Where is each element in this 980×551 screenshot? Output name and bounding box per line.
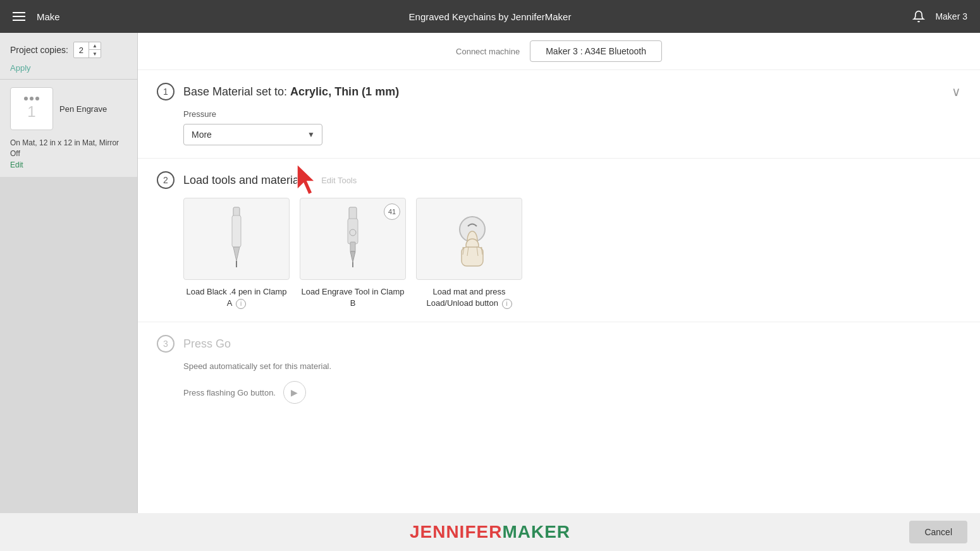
step3-section: 3 Press Go Speed automatically set for t…	[138, 322, 980, 416]
footer-jennifer: JENNIFER	[410, 522, 502, 542]
apply-button[interactable]: Apply	[0, 62, 137, 79]
tools-row: Load Black .4 pen in Clamp A i 41	[157, 198, 961, 309]
sidebar-gray-area	[0, 177, 137, 551]
sidebar-item-card[interactable]: 1 Pen Engrave	[0, 80, 137, 138]
pressure-select-wrapper: More Default Less ▼	[157, 124, 961, 145]
tool-label-mat: Load mat and press Load/Unload button i	[416, 286, 522, 309]
step1-material: Acrylic, Thin (1 mm)	[290, 85, 399, 98]
sidebar-thumbnail: 1	[10, 87, 53, 130]
tool-image-engrave: 41	[300, 198, 406, 280]
pressure-select-container[interactable]: More Default Less ▼	[183, 124, 322, 145]
footer-maker: MAKER	[502, 522, 570, 542]
play-icon: ▶	[291, 387, 298, 397]
copies-up-arrow[interactable]: ▲	[89, 42, 101, 50]
step1-chevron[interactable]: ∨	[952, 84, 961, 99]
step1-title: Base Material set to: Acrylic, Thin (1 m…	[183, 85, 399, 99]
on-mat-text: On Mat, 12 in x 12 in Mat, Mirror Off	[0, 138, 137, 160]
sidebar-item-info: Pen Engrave	[59, 104, 107, 114]
engrave-illustration	[328, 204, 378, 274]
copies-arrows[interactable]: ▲ ▼	[89, 42, 101, 58]
sidebar-item-name: Pen Engrave	[59, 104, 107, 114]
speed-note: Speed automatically set for this materia…	[157, 361, 961, 371]
step1-title-prefix: Base Material set to:	[183, 85, 287, 98]
cancel-button[interactable]: Cancel	[909, 521, 967, 543]
pen-illustration	[211, 204, 262, 274]
footer-logo: JENNIFERMAKER	[410, 522, 570, 542]
connect-row: Connect machine Maker 3 : A34E Bluetooth	[138, 33, 980, 70]
tool-image-pen	[183, 198, 290, 280]
step1-circle: 1	[157, 83, 175, 100]
go-btn-row: Press flashing Go button. ▶	[157, 381, 961, 404]
svg-rect-1	[232, 215, 241, 247]
svg-marker-2	[233, 247, 240, 261]
nav-center-title: Engraved Keychains by JenniferMaker	[409, 11, 572, 22]
thumbnail-dot	[24, 97, 28, 100]
step3-header: 3 Press Go	[157, 335, 961, 353]
svg-rect-6	[350, 242, 355, 251]
go-text: Press flashing Go button.	[183, 388, 276, 397]
thumbnail-dots	[24, 97, 39, 100]
top-nav: Make Engraved Keychains by JenniferMaker…	[0, 0, 980, 33]
step2-title: Load tools and materials	[183, 174, 307, 187]
go-play-button[interactable]: ▶	[283, 381, 306, 404]
sidebar: Project copies: 2 ▲ ▼ Apply 1 P	[0, 33, 138, 551]
step3-title: Press Go	[183, 337, 231, 351]
connect-label: Connect machine	[456, 47, 520, 56]
tool-card-engrave: 41 Load Engrave Tool in Clamp B	[300, 198, 406, 309]
tool-info-icon-mat[interactable]: i	[502, 299, 512, 309]
mat-illustration	[431, 204, 507, 274]
thumbnail-number: 1	[27, 103, 35, 121]
tool-label-engrave: Load Engrave Tool in Clamp B	[300, 286, 406, 309]
tool-info-icon-pen[interactable]: i	[236, 299, 246, 309]
thumbnail-dot	[30, 97, 34, 100]
svg-rect-13	[462, 247, 483, 266]
content-area: Connect machine Maker 3 : A34E Bluetooth…	[138, 33, 980, 551]
step1-section: 1 Base Material set to: Acrylic, Thin (1…	[138, 70, 980, 159]
copies-stepper[interactable]: 2 ▲ ▼	[73, 42, 101, 58]
copies-value: 2	[74, 44, 89, 56]
nav-title: Make	[37, 11, 60, 22]
maker-label: Maker 3	[935, 11, 967, 21]
pressure-select[interactable]: More Default Less	[183, 124, 322, 145]
edit-tools-link[interactable]: Edit Tools	[321, 176, 357, 185]
svg-marker-7	[350, 251, 355, 262]
tool-card-mat: Load mat and press Load/Unload button i	[416, 198, 522, 309]
footer: JENNIFERMAKER Cancel	[0, 513, 980, 551]
svg-rect-4	[349, 207, 357, 220]
step2-circle: 2	[157, 171, 175, 189]
nav-right: Maker 3	[912, 10, 967, 23]
tool-image-mat	[416, 198, 522, 280]
step1-header: 1 Base Material set to: Acrylic, Thin (1…	[157, 83, 961, 100]
bell-icon[interactable]	[912, 10, 925, 23]
step2-header: 2 Load tools and materials Edit Tools	[157, 171, 961, 189]
step2-section: 2 Load tools and materials Edit Tools	[138, 159, 980, 322]
copies-down-arrow[interactable]: ▼	[89, 50, 101, 58]
edit-link[interactable]: Edit	[0, 160, 137, 177]
nav-left: Make	[13, 11, 60, 22]
pressure-label: Pressure	[157, 109, 961, 119]
step3-circle: 3	[157, 335, 175, 353]
hamburger-icon[interactable]	[13, 12, 25, 21]
tool-label-pen: Load Black .4 pen in Clamp A i	[183, 286, 290, 309]
tool-card-pen: Load Black .4 pen in Clamp A i	[183, 198, 290, 309]
thumbnail-dot	[35, 97, 39, 100]
project-copies-label: Project copies:	[10, 45, 68, 55]
engrave-badge: 41	[384, 203, 400, 220]
project-copies-row: Project copies: 2 ▲ ▼	[0, 33, 137, 62]
svg-rect-5	[348, 219, 358, 244]
main-layout: Project copies: 2 ▲ ▼ Apply 1 P	[0, 33, 980, 551]
connect-machine-button[interactable]: Maker 3 : A34E Bluetooth	[530, 40, 662, 62]
